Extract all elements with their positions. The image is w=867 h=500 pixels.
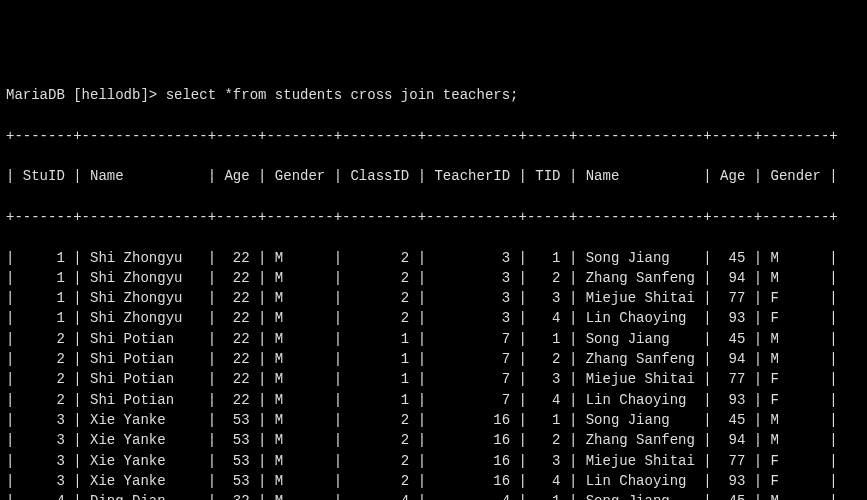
table-row: | 3 | Xie Yanke | 53 | M | 2 | 16 | 3 | … <box>6 451 861 471</box>
table-header-row: | StuID | Name | Age | Gender | ClassID … <box>6 166 861 186</box>
table-row: | 4 | Ding Dian | 32 | M | 4 | 4 | 1 | S… <box>6 491 861 500</box>
table-row: | 2 | Shi Potian | 22 | M | 1 | 7 | 3 | … <box>6 369 861 389</box>
table-row: | 1 | Shi Zhongyu | 22 | M | 2 | 3 | 1 |… <box>6 248 861 268</box>
table-body: | 1 | Shi Zhongyu | 22 | M | 2 | 3 | 1 |… <box>6 248 861 500</box>
table-row: | 2 | Shi Potian | 22 | M | 1 | 7 | 4 | … <box>6 390 861 410</box>
table-row: | 3 | Xie Yanke | 53 | M | 2 | 16 | 4 | … <box>6 471 861 491</box>
table-row: | 3 | Xie Yanke | 53 | M | 2 | 16 | 1 | … <box>6 410 861 430</box>
table-row: | 1 | Shi Zhongyu | 22 | M | 2 | 3 | 4 |… <box>6 308 861 328</box>
table-row: | 1 | Shi Zhongyu | 22 | M | 2 | 3 | 2 |… <box>6 268 861 288</box>
sql-prompt: MariaDB [hellodb]> select *from students… <box>6 85 861 105</box>
table-separator-mid: +-------+---------------+-----+--------+… <box>6 207 861 227</box>
table-row: | 1 | Shi Zhongyu | 22 | M | 2 | 3 | 3 |… <box>6 288 861 308</box>
table-separator-top: +-------+---------------+-----+--------+… <box>6 126 861 146</box>
table-row: | 3 | Xie Yanke | 53 | M | 2 | 16 | 2 | … <box>6 430 861 450</box>
table-row: | 2 | Shi Potian | 22 | M | 1 | 7 | 2 | … <box>6 349 861 369</box>
table-row: | 2 | Shi Potian | 22 | M | 1 | 7 | 1 | … <box>6 329 861 349</box>
